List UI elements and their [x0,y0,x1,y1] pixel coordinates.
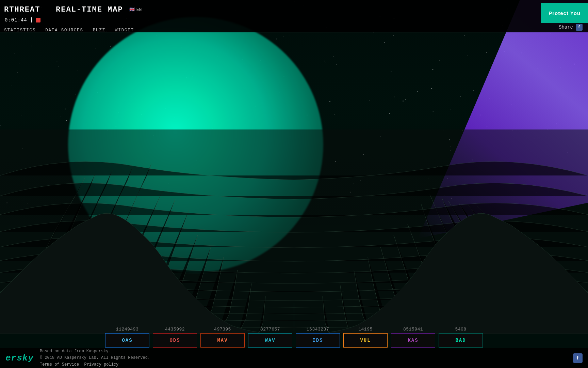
terrain-grid [0,129,588,334]
footer: ersky Based on data from Kaspersky. © 20… [0,348,588,368]
timer-display: 0:01:44 [5,17,27,23]
stat-vul: 14195 VUL [342,327,389,348]
facebook-share-button[interactable]: f [576,24,583,31]
header-top: RTHREAT REAL-TIME MAP 🇬🇧 EN Protect You [0,0,588,16]
oas-number: 11249493 [116,327,138,332]
logo-text: ersky [5,353,34,363]
lang-selector[interactable]: 🇬🇧 EN [129,7,142,12]
bad-number: 5408 [455,327,466,332]
stat-mav: 497395 MAV [199,327,246,348]
wav-btn[interactable]: WAV [248,333,292,348]
flag-icon: 🇬🇧 [129,7,135,12]
header: RTHREAT REAL-TIME MAP 🇬🇧 EN Protect You … [0,0,588,32]
ods-number: 4435992 [165,327,185,332]
stat-oas: 11249493 OAS [103,327,151,348]
mav-btn[interactable]: MAV [200,333,245,348]
nav-row: STATISTICS DATA SOURCES BUZZ WIDGET Shar… [0,24,588,36]
lang-code: EN [136,7,142,12]
share-label: Share [559,25,573,30]
nav-statistics[interactable]: STATISTICS [4,28,36,33]
stat-ods: 4435992 ODS [151,327,199,348]
footer-left: ersky Based on data from Kaspersky. © 20… [5,348,150,368]
nav-data-sources[interactable]: DATA SOURCES [45,28,83,33]
scene-background [0,0,588,368]
mav-number: 497395 [214,327,231,332]
brand-name: RTHREAT [4,5,40,14]
footer-links: Terms of Service Privacy policy [40,362,150,368]
stat-wav: 8277657 WAV [246,327,294,348]
kaspersky-logo: ersky [5,353,34,363]
vul-number: 14195 [358,327,373,332]
app-title: RTHREAT REAL-TIME MAP [4,5,123,14]
ids-btn[interactable]: IDS [296,333,340,348]
stats-bar: 11249493 OAS 4435992 ODS 497395 MAV 8277… [0,327,588,348]
brand-subtitle: REAL-TIME MAP [56,5,123,14]
ids-number: 16343237 [307,327,329,332]
timer-row: 0:01:44 | [0,16,588,24]
bad-btn[interactable]: BAD [439,333,483,348]
kas-btn[interactable]: KAS [391,333,435,348]
protect-button[interactable]: Protect You [541,3,588,23]
divider: | [30,17,33,23]
privacy-link[interactable]: Privacy policy [84,362,118,367]
terms-link[interactable]: Terms of Service [40,362,79,367]
oas-btn[interactable]: OAS [105,333,149,348]
footer-text: Based on data from Kaspersky. © 2018 AO … [40,348,150,368]
footer-line2: © 2018 AO Kaspersky Lab. All Rights Rese… [40,355,150,361]
footer-line1: Based on data from Kaspersky. [40,348,150,355]
vul-btn[interactable]: VUL [343,333,388,348]
nav-widget[interactable]: WIDGET [115,28,134,33]
nav-buzz[interactable]: BUZZ [93,28,105,33]
kas-number: 8515941 [403,327,423,332]
facebook-footer-button[interactable]: f [573,353,583,363]
rec-indicator [36,18,40,22]
share-area: Share f [559,24,583,31]
stat-bad: 5408 BAD [437,327,485,348]
ods-btn[interactable]: ODS [153,333,197,348]
footer-right: f [573,353,583,363]
wav-number: 8277657 [260,327,280,332]
stat-kas: 8515941 KAS [389,327,437,348]
stat-ids: 16343237 IDS [294,327,342,348]
